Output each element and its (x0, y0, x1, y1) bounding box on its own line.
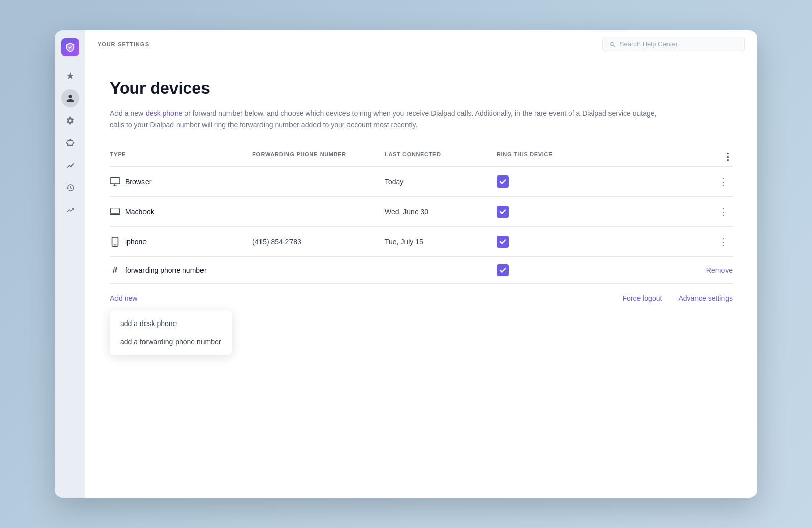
device-name-forwarding: forwarding phone number (125, 266, 207, 274)
svg-rect-1 (111, 208, 119, 213)
table-row: iphone (415) 854-2783 Tue, July 15 ⋮ (110, 227, 733, 257)
col-actions: ⋮ (588, 151, 733, 162)
device-type-iphone: iphone (110, 237, 252, 247)
ai-icon[interactable] (61, 134, 79, 152)
device-type-browser: Browser (110, 177, 252, 186)
app-logo[interactable] (61, 38, 79, 56)
device-type-macbook: Macbook (110, 207, 252, 216)
search-input[interactable] (620, 40, 738, 48)
page-description: Add a new desk phone or forward number b… (110, 108, 670, 131)
ring-checkbox-browser[interactable] (497, 175, 509, 188)
col-ring: RING THIS DEVICE (497, 151, 588, 162)
more-dots-browser[interactable]: ⋮ (715, 174, 733, 189)
settings-icon[interactable] (61, 111, 79, 130)
header-title: YOUR SETTINGS (98, 41, 149, 47)
table-footer: Add new Force logout Advance settings ad… (110, 284, 733, 302)
ring-device-forwarding (497, 264, 588, 276)
ring-checkbox-macbook[interactable] (497, 206, 509, 218)
last-connected-macbook: Wed, June 30 (385, 208, 497, 216)
device-name-browser: Browser (125, 178, 151, 186)
trending-icon[interactable] (61, 201, 79, 219)
sparkle-icon[interactable] (61, 67, 79, 85)
main-area: YOUR SETTINGS Your devices Add a new des… (85, 30, 757, 498)
svg-rect-0 (110, 178, 120, 184)
dropdown-item-forwarding-number[interactable]: add a forwarding phone number (110, 333, 232, 351)
advance-settings-button[interactable]: Advance settings (678, 294, 733, 302)
search-icon (609, 41, 616, 48)
more-dots-macbook[interactable]: ⋮ (715, 204, 733, 219)
device-type-forwarding: # forwarding phone number (110, 266, 252, 275)
footer-right-actions: Force logout Advance settings (623, 294, 733, 302)
table-row: Browser Today ⋮ (110, 167, 733, 197)
ring-device-browser (497, 175, 588, 188)
ring-device-macbook (497, 206, 588, 218)
desk-phone-link[interactable]: desk phone (146, 109, 182, 118)
person-icon[interactable] (61, 89, 79, 107)
ring-device-iphone (497, 236, 588, 248)
add-new-button[interactable]: Add new (110, 294, 137, 302)
last-connected-browser: Today (385, 178, 497, 186)
phone-icon (110, 237, 120, 247)
header-more-dots[interactable]: ⋮ (723, 151, 733, 162)
activity-icon[interactable] (61, 156, 79, 174)
laptop-icon (110, 207, 120, 216)
row-actions-forwarding: Remove (588, 266, 733, 274)
force-logout-button[interactable]: Force logout (623, 294, 662, 302)
col-last-connected: LAST CONNECTED (385, 151, 497, 162)
ring-checkbox-forwarding[interactable] (497, 264, 509, 276)
row-actions-iphone: ⋮ (588, 234, 733, 249)
row-actions-browser: ⋮ (588, 174, 733, 189)
table-row: # forwarding phone number Remove (110, 257, 733, 284)
history-icon[interactable] (61, 179, 79, 197)
device-name-macbook: Macbook (125, 208, 154, 216)
search-box (602, 37, 745, 51)
hash-icon: # (110, 266, 120, 275)
col-forwarding: FORWARDING PHONE NUMBER (252, 151, 385, 162)
forwarding-number-iphone: (415) 854-2783 (252, 238, 385, 246)
monitor-icon (110, 177, 120, 186)
col-type: TYPE (110, 151, 252, 162)
sidebar (55, 30, 85, 498)
table-row: Macbook Wed, June 30 ⋮ (110, 197, 733, 227)
dropdown-item-desk-phone[interactable]: add a desk phone (110, 314, 232, 333)
remove-button[interactable]: Remove (706, 266, 733, 274)
content: Your devices Add a new desk phone or for… (85, 58, 757, 498)
page-title: Your devices (110, 79, 733, 98)
more-dots-iphone[interactable]: ⋮ (715, 234, 733, 249)
header: YOUR SETTINGS (85, 30, 757, 58)
device-name-iphone: iphone (125, 238, 147, 246)
add-new-dropdown: add a desk phone add a forwarding phone … (110, 310, 232, 355)
row-actions-macbook: ⋮ (588, 204, 733, 219)
last-connected-iphone: Tue, July 15 (385, 238, 497, 246)
table-header: TYPE FORWARDING PHONE NUMBER LAST CONNEC… (110, 147, 733, 167)
ring-checkbox-iphone[interactable] (497, 236, 509, 248)
